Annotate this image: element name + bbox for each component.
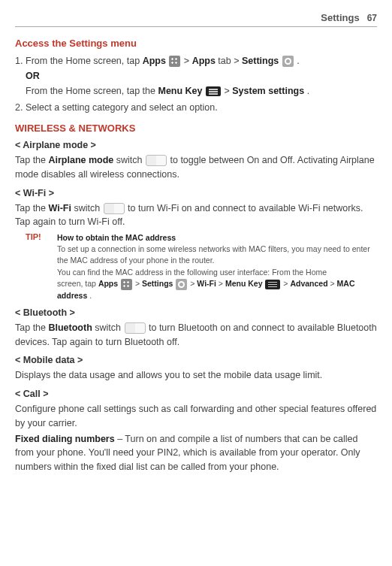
system-settings-label: System settings [232, 86, 304, 96]
step-1-body: From the Home screen, tap Apps > Apps ta… [26, 53, 377, 98]
text: > [190, 279, 197, 288]
page: Settings 67 Access the Settings menu 1. … [0, 0, 392, 566]
airplane-heading: < Airplane mode > [15, 140, 377, 150]
settings-label: Settings [242, 56, 279, 66]
text: screen, tap [57, 279, 98, 288]
bluetooth-label: Bluetooth [48, 322, 92, 333]
fdn-label: Fixed dialing numbers [15, 434, 115, 444]
text: Tap the [15, 203, 48, 213]
text: switch [116, 155, 145, 165]
apps-label: Apps [143, 56, 166, 66]
text: . [307, 86, 309, 96]
advanced-label: Advanced [290, 279, 327, 288]
bluetooth-heading: < Bluetooth > [15, 307, 377, 318]
wifi-text: Tap the Wi-Fi switch to turn Wi-Fi on an… [15, 201, 377, 230]
step-2-body: Select a setting category and select an … [26, 100, 377, 115]
text: switch [95, 322, 123, 333]
apps-label: Apps [98, 279, 118, 288]
settings-gear-icon [282, 56, 294, 67]
tip-line1: To set up a connection in some wireless … [57, 244, 370, 265]
text: Tap the [15, 155, 48, 165]
wifi-heading: < Wi-Fi > [15, 188, 377, 198]
menu-key-label: Menu Key [225, 279, 263, 288]
text: > [219, 279, 225, 288]
tip-title: How to obtain the MAC address [57, 233, 176, 242]
apps-grid-icon [169, 56, 180, 67]
airplane-text: Tap the Airplane mode switch to toggle b… [15, 153, 377, 182]
apps-grid-icon [121, 279, 132, 290]
page-number: 67 [367, 13, 377, 23]
toggle-switch-icon [146, 155, 167, 166]
header-rule [15, 26, 377, 27]
settings-label: Settings [142, 279, 173, 288]
text: > [330, 279, 337, 288]
settings-gear-icon [176, 279, 187, 290]
apps-tab-label: Apps [192, 56, 216, 66]
step-2: 2. Select a setting category and select … [15, 100, 377, 115]
tip-block: TIP! How to obtain the MAC address To se… [26, 232, 377, 301]
toggle-switch-icon [104, 203, 125, 214]
step-1: 1. From the Home screen, tap Apps > Apps… [15, 53, 377, 98]
text: From the Home screen, tap the [26, 86, 158, 96]
tip-body: How to obtain the MAC address To set up … [57, 232, 377, 301]
text: switch [74, 203, 102, 213]
text: . [89, 291, 92, 300]
wireless-heading: WIRELESS & NETWORKS [15, 123, 377, 134]
text: tab > [218, 56, 242, 66]
mobile-data-heading: < Mobile data > [15, 355, 377, 365]
access-heading: Access the Settings menu [15, 38, 377, 49]
page-header: Settings 67 [15, 12, 377, 23]
tip-line2: You can find the MAC address in the foll… [57, 268, 327, 277]
wifi-label: Wi-Fi [197, 279, 216, 288]
bluetooth-text: Tap the Bluetooth switch to turn Bluetoo… [15, 321, 377, 350]
text: From the Home screen, tap [26, 56, 143, 66]
airplane-mode-label: Airplane mode [48, 155, 113, 165]
tip-label: TIP! [26, 232, 48, 301]
text: . [297, 56, 299, 66]
menu-key-icon [206, 86, 221, 96]
or-label: OR [26, 71, 40, 81]
header-title: Settings [321, 12, 359, 23]
text: > [135, 279, 142, 288]
wifi-label: Wi-Fi [48, 203, 71, 213]
text: > [224, 86, 232, 96]
step-1-num: 1. [15, 53, 26, 98]
mobile-data-text: Displays the data usage and allows you t… [15, 368, 377, 383]
text: Tap the [15, 322, 48, 333]
text: > [184, 56, 192, 66]
fdn-text: Fixed dialing numbers – Turn on and comp… [15, 432, 377, 474]
call-heading: < Call > [15, 389, 377, 399]
call-text: Configure phone call settings such as ca… [15, 402, 377, 431]
menu-key-label: Menu Key [158, 86, 202, 96]
step-2-num: 2. [15, 100, 26, 115]
toggle-switch-icon [125, 322, 146, 334]
menu-key-icon [265, 280, 280, 289]
